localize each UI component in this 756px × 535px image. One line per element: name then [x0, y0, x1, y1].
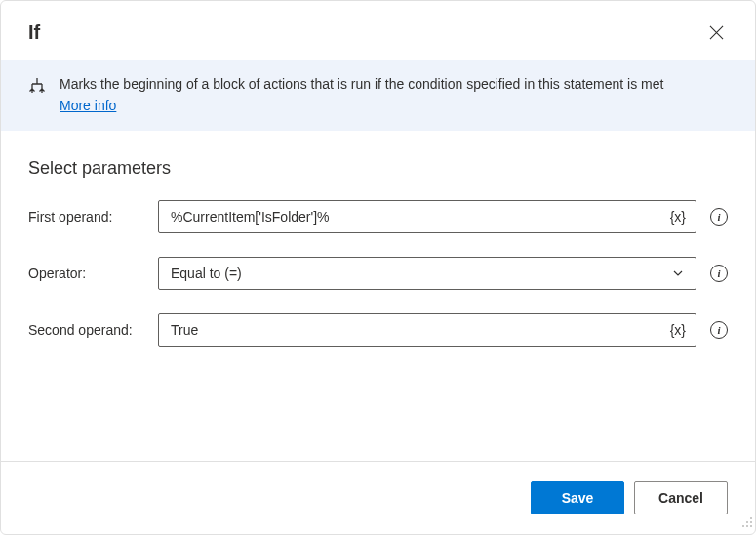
variable-picker-button[interactable]: {x}	[660, 209, 696, 225]
more-info-link[interactable]: More info	[60, 97, 116, 116]
condition-branch-icon	[28, 77, 46, 99]
operator-select[interactable]: Equal to (=)	[158, 257, 696, 290]
save-button[interactable]: Save	[531, 481, 624, 514]
info-banner: Marks the beginning of a block of action…	[1, 60, 755, 131]
first-operand-label: First operand:	[28, 209, 150, 225]
info-icon[interactable]: i	[710, 321, 728, 339]
variable-picker-button[interactable]: {x}	[660, 322, 696, 338]
operator-label: Operator:	[28, 266, 150, 281]
banner-description: Marks the beginning of a block of action…	[60, 76, 663, 92]
close-button[interactable]	[700, 17, 732, 48]
section-title: Select parameters	[28, 158, 728, 179]
first-operand-input-wrapper[interactable]: {x}	[158, 200, 696, 233]
first-operand-input[interactable]	[159, 203, 660, 230]
operator-row: Operator: Equal to (=) i	[28, 257, 728, 290]
chevron-down-icon	[672, 268, 684, 279]
banner-text-container: Marks the beginning of a block of action…	[60, 75, 663, 115]
info-icon[interactable]: i	[710, 208, 728, 226]
content-area: Select parameters First operand: {x} i O…	[1, 131, 755, 461]
cancel-button[interactable]: Cancel	[634, 481, 728, 514]
second-operand-input-wrapper[interactable]: {x}	[158, 313, 696, 347]
info-icon[interactable]: i	[710, 265, 728, 282]
dialog-footer: Save Cancel	[1, 461, 755, 534]
second-operand-input[interactable]	[159, 316, 660, 344]
second-operand-row: Second operand: {x} i	[28, 313, 728, 347]
dialog-header: If	[1, 1, 755, 60]
second-operand-label: Second operand:	[28, 322, 150, 338]
first-operand-row: First operand: {x} i	[28, 200, 728, 233]
close-icon	[709, 25, 724, 40]
dialog-title: If	[28, 21, 40, 44]
operator-value: Equal to (=)	[171, 266, 242, 281]
